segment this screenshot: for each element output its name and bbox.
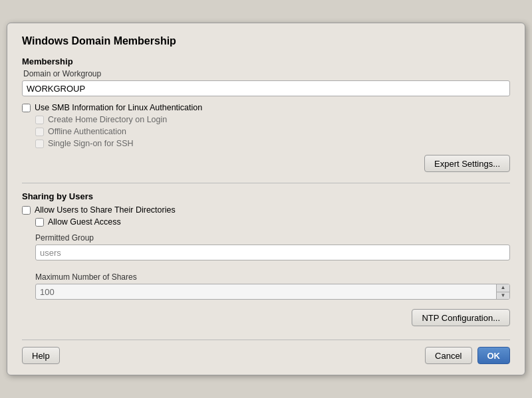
- permitted-group-label: Permitted Group: [35, 233, 510, 243]
- ntp-configuration-button[interactable]: NTP Configuration...: [412, 309, 510, 326]
- max-shares-field: Maximum Number of Shares ▲ ▼: [35, 272, 510, 300]
- allow-guest-checkbox-row: Allow Guest Access: [35, 217, 510, 227]
- allow-share-checkbox-row: Allow Users to Share Their Directories: [22, 205, 510, 215]
- spinner-up-button[interactable]: ▲: [497, 284, 509, 292]
- ntp-row: NTP Configuration...: [22, 309, 510, 326]
- bottom-bar: Help Cancel OK: [22, 340, 510, 364]
- offline-auth-label[interactable]: Offline Authentication: [48, 127, 126, 136]
- home-dir-checkbox[interactable]: [35, 116, 44, 124]
- smb-label[interactable]: Use SMB Information for Linux Authentica…: [35, 103, 202, 112]
- sharing-section: Sharing by Users Allow Users to Share Th…: [22, 183, 510, 300]
- max-shares-spinner: ▲ ▼: [35, 284, 510, 300]
- domain-or-workgroup-label: Domain or Workgroup: [23, 69, 510, 78]
- help-button[interactable]: Help: [22, 347, 60, 364]
- offline-auth-checkbox-row: Offline Authentication: [35, 127, 510, 136]
- allow-share-checkbox[interactable]: [22, 206, 31, 215]
- sso-ssh-checkbox-row: Single Sign-on for SSH: [35, 139, 510, 148]
- permitted-group-field: Permitted Group: [35, 233, 510, 266]
- allow-guest-label[interactable]: Allow Guest Access: [48, 217, 121, 227]
- windows-domain-dialog: Windows Domain Membership Membership Dom…: [7, 23, 525, 375]
- bottom-right-buttons: Cancel OK: [425, 347, 510, 364]
- cancel-button[interactable]: Cancel: [425, 347, 471, 364]
- sharing-section-label: Sharing by Users: [22, 191, 510, 201]
- expert-settings-button[interactable]: Expert Settings...: [424, 155, 510, 172]
- membership-section-label: Membership: [22, 56, 510, 66]
- ok-button[interactable]: OK: [477, 347, 511, 364]
- smb-checkbox[interactable]: [22, 104, 31, 112]
- sso-ssh-label[interactable]: Single Sign-on for SSH: [48, 139, 134, 148]
- allow-share-label[interactable]: Allow Users to Share Their Directories: [35, 205, 176, 215]
- spinner-button-group: ▲ ▼: [496, 284, 509, 299]
- smb-sub-options: Create Home Directory on Login Offline A…: [35, 115, 510, 148]
- offline-auth-checkbox[interactable]: [35, 128, 44, 136]
- smb-checkbox-row: Use SMB Information for Linux Authentica…: [22, 103, 510, 112]
- dialog-title: Windows Domain Membership: [22, 35, 510, 47]
- expert-row: Expert Settings...: [22, 155, 510, 172]
- home-dir-checkbox-row: Create Home Directory on Login: [35, 115, 510, 124]
- allow-guest-checkbox[interactable]: [35, 218, 44, 227]
- domain-input[interactable]: [22, 80, 510, 96]
- max-shares-input[interactable]: [35, 284, 510, 300]
- sso-ssh-checkbox[interactable]: [35, 140, 44, 148]
- membership-section: Membership Domain or Workgroup Use SMB I…: [22, 56, 510, 172]
- permitted-group-input[interactable]: [35, 245, 510, 260]
- max-shares-label: Maximum Number of Shares: [35, 272, 510, 282]
- spinner-down-button[interactable]: ▼: [497, 292, 509, 300]
- home-dir-label[interactable]: Create Home Directory on Login: [48, 115, 167, 124]
